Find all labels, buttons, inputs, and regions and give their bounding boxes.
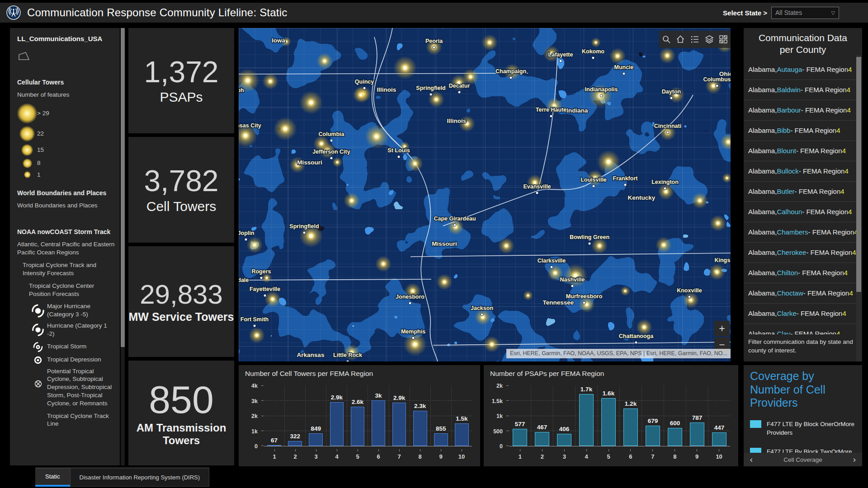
cell-tower-dot[interactable] bbox=[365, 125, 388, 148]
bar[interactable] bbox=[309, 433, 323, 446]
cell-tower-dot[interactable] bbox=[620, 286, 630, 296]
cell-tower-dot[interactable] bbox=[484, 336, 500, 352]
cell-tower-dot[interactable] bbox=[316, 53, 333, 69]
cell-tower-dot[interactable] bbox=[249, 327, 265, 343]
cell-tower-dot[interactable] bbox=[246, 237, 263, 253]
basemap-canvas[interactable]: IowaIllinoisIllinoisMissouriMissouriIndi… bbox=[239, 28, 731, 361]
bar-value-label: 2.3k bbox=[414, 403, 426, 409]
cell-tower-dot[interactable] bbox=[262, 73, 278, 89]
home-icon[interactable] bbox=[675, 33, 686, 45]
cell-tower-dot[interactable] bbox=[344, 192, 360, 209]
bar[interactable] bbox=[579, 394, 594, 446]
county-row[interactable]: Alabama, Barbour - FEMA Region 4 bbox=[744, 100, 862, 121]
county-row[interactable]: Alabama, Chilton - FEMA Region 4 bbox=[744, 263, 862, 283]
county-row[interactable]: Alabama, Cherokee - FEMA Region 4 bbox=[744, 243, 862, 263]
bar[interactable] bbox=[513, 429, 528, 446]
county-row[interactable]: Alabama, Choctaw - FEMA Region 4 bbox=[744, 283, 862, 304]
cell-tower-dot[interactable] bbox=[407, 155, 423, 172]
bar-value-label: 849 bbox=[311, 425, 321, 432]
prev-arrow-icon[interactable]: ‹ bbox=[744, 455, 759, 465]
county-row[interactable]: Alabama, Blount - FEMA Region 4 bbox=[744, 141, 862, 161]
cell-tower-dot[interactable] bbox=[609, 48, 626, 64]
cell-tower-dot[interactable] bbox=[523, 291, 533, 300]
cell-tower-dot[interactable] bbox=[481, 34, 498, 51]
cell-tower-dot[interactable] bbox=[299, 91, 323, 114]
bar[interactable] bbox=[330, 402, 344, 446]
cell-tower-dot[interactable] bbox=[274, 117, 297, 141]
bar[interactable] bbox=[434, 433, 448, 446]
cell-tower-dot[interactable] bbox=[353, 87, 369, 103]
bar[interactable] bbox=[413, 411, 427, 446]
cell-tower-dot[interactable] bbox=[597, 150, 620, 174]
bar[interactable] bbox=[712, 432, 727, 446]
county-row[interactable]: Alabama, Bibb - FEMA Region 4 bbox=[744, 121, 862, 141]
bar[interactable] bbox=[646, 426, 660, 446]
city-dot bbox=[412, 337, 415, 339]
cell-tower-dot[interactable] bbox=[659, 47, 675, 64]
cell-tower-dot[interactable] bbox=[393, 56, 417, 80]
cell-tower-dot[interactable] bbox=[709, 264, 725, 280]
bar[interactable] bbox=[557, 434, 572, 446]
layers-icon[interactable] bbox=[703, 33, 715, 45]
cell-tower-dot[interactable] bbox=[436, 274, 453, 290]
cell-tower-dot[interactable] bbox=[591, 38, 601, 47]
tab-static[interactable]: Static bbox=[35, 468, 70, 487]
cell-tower-dot[interactable] bbox=[264, 291, 281, 307]
search-icon[interactable] bbox=[660, 33, 672, 45]
bar-value-label: 855 bbox=[436, 425, 446, 432]
bar[interactable] bbox=[372, 400, 386, 446]
bar[interactable] bbox=[267, 445, 281, 446]
bar[interactable] bbox=[690, 422, 705, 446]
zoom-in-button[interactable]: + bbox=[714, 321, 730, 336]
county-row-text: Alabama, bbox=[748, 167, 777, 175]
county-row[interactable]: Alabama, Clarke - FEMA Region 4 bbox=[744, 304, 862, 324]
county-list-scrollbar[interactable] bbox=[856, 55, 861, 361]
cell-tower-dot[interactable] bbox=[710, 215, 726, 231]
county-row-text: Alabama, bbox=[748, 310, 777, 317]
next-arrow-icon[interactable]: › bbox=[847, 455, 862, 465]
cell-tower-dot[interactable] bbox=[498, 238, 514, 254]
bar[interactable] bbox=[351, 407, 365, 446]
stat-label: AM Transmission Towers bbox=[128, 422, 234, 447]
bar[interactable] bbox=[392, 403, 406, 446]
county-row[interactable]: Alabama, Chambers - FEMA Region 4 bbox=[744, 222, 862, 243]
county-panel-title: Communication Data per County bbox=[744, 28, 862, 60]
county-row[interactable]: Alabama, Calhoun - FEMA Region 4 bbox=[744, 202, 862, 222]
county-row[interactable]: Alabama, Baldwin - FEMA Region 4 bbox=[744, 80, 862, 100]
cell-tower-dot[interactable] bbox=[332, 157, 342, 167]
bar[interactable] bbox=[623, 408, 638, 446]
county-row-text: - FEMA Region bbox=[803, 289, 849, 297]
cell-tower-dot[interactable] bbox=[403, 333, 427, 356]
cell-tower-dot[interactable] bbox=[683, 292, 699, 308]
y-tick-label: 1.5k bbox=[492, 398, 503, 404]
cell-tower-dot[interactable] bbox=[658, 183, 674, 200]
basemap-gallery-icon[interactable] bbox=[717, 33, 729, 45]
bar-slot: 467 bbox=[531, 386, 553, 446]
cell-tower-dot[interactable] bbox=[692, 192, 708, 209]
bar[interactable] bbox=[535, 432, 550, 446]
bar[interactable] bbox=[455, 423, 469, 446]
state-dropdown[interactable]: All States ▽ bbox=[771, 7, 839, 19]
bar[interactable] bbox=[668, 428, 683, 446]
cell-tower-dot[interactable] bbox=[564, 264, 587, 287]
bar[interactable] bbox=[288, 441, 302, 446]
x-tick-mark bbox=[630, 449, 631, 451]
city-label: Joplin bbox=[239, 230, 254, 236]
city-label: Clarksville bbox=[538, 258, 566, 264]
legend-scrollbar[interactable] bbox=[121, 28, 125, 465]
cell-tower-dot[interactable] bbox=[656, 237, 672, 253]
bar[interactable] bbox=[601, 398, 616, 446]
county-list: Alabama, Autauga - FEMA Region 4Alabama,… bbox=[744, 60, 862, 344]
cell-tower-dot[interactable] bbox=[475, 309, 491, 325]
coverage-map[interactable]: IowaIllinoisIllinoisMissouriMissouriIndi… bbox=[239, 28, 731, 361]
county-row[interactable]: Alabama, Butler - FEMA Region 4 bbox=[744, 182, 862, 202]
county-row[interactable]: Alabama, Autauga - FEMA Region 4 bbox=[744, 60, 862, 80]
tab-dirs[interactable]: Disaster Information Reporting System (D… bbox=[70, 468, 210, 487]
cell-tower-dot[interactable] bbox=[375, 256, 392, 272]
legend-scrollbar-thumb[interactable] bbox=[121, 28, 125, 347]
bar-slot: 2.9k bbox=[389, 386, 410, 446]
county-row[interactable]: Alabama, Bullock - FEMA Region 4 bbox=[744, 161, 862, 182]
county-list-scrollbar-thumb[interactable] bbox=[856, 57, 861, 292]
size-class-label: 8 bbox=[37, 159, 41, 167]
legend-list-icon[interactable] bbox=[689, 33, 701, 45]
